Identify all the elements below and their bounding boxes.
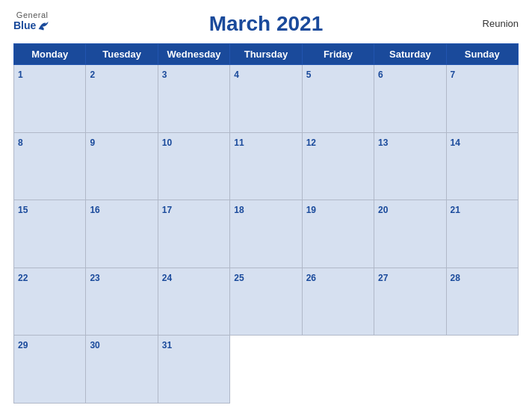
calendar-cell: 7 — [446, 65, 518, 133]
logo-general: General — [16, 10, 49, 19]
calendar-cell: 14 — [446, 132, 518, 200]
calendar-cell: 3 — [158, 65, 229, 133]
calendar-cell: 12 — [302, 132, 374, 200]
day-number: 14 — [451, 137, 460, 148]
calendar-cell: 16 — [86, 200, 158, 268]
weekday-header-thursday: Thursday — [230, 44, 302, 65]
day-number: 10 — [162, 137, 172, 148]
calendar-cell: 6 — [374, 65, 446, 133]
day-number: 23 — [90, 273, 99, 283]
calendar-cell: 17 — [158, 200, 229, 268]
calendar-table: MondayTuesdayWednesdayThursdayFridaySatu… — [13, 43, 519, 404]
weekday-header-friday: Friday — [302, 44, 374, 65]
calendar-cell: 5 — [302, 65, 374, 133]
week-row-1: 1234567 — [14, 65, 519, 133]
calendar-cell: 21 — [446, 200, 518, 268]
day-number: 30 — [90, 340, 99, 350]
calendar-title: March 2021 — [209, 12, 324, 36]
calendar-cell: 18 — [230, 200, 302, 268]
day-number: 13 — [378, 137, 388, 148]
day-number: 20 — [378, 205, 388, 215]
day-number: 22 — [18, 273, 28, 283]
calendar-cell — [374, 336, 446, 404]
day-number: 25 — [234, 273, 244, 283]
day-number: 7 — [451, 69, 456, 80]
day-number: 1 — [18, 69, 23, 80]
calendar-cell — [302, 336, 374, 404]
day-number: 28 — [451, 273, 460, 283]
calendar-cell: 19 — [302, 200, 374, 268]
day-number: 15 — [18, 205, 28, 215]
week-row-2: 891011121314 — [14, 132, 519, 200]
day-number: 29 — [18, 340, 28, 350]
calendar-cell: 23 — [86, 268, 158, 336]
calendar-cell: 22 — [14, 268, 86, 336]
week-row-4: 22232425262728 — [14, 268, 519, 336]
day-number: 4 — [234, 69, 239, 80]
weekday-header-row: MondayTuesdayWednesdayThursdayFridaySatu… — [14, 44, 519, 65]
day-number: 27 — [378, 273, 388, 283]
calendar-cell: 20 — [374, 200, 446, 268]
calendar-cell: 8 — [14, 132, 86, 200]
day-number: 3 — [162, 69, 167, 80]
calendar-cell: 13 — [374, 132, 446, 200]
day-number: 21 — [451, 205, 460, 215]
day-number: 26 — [306, 273, 316, 283]
region-label: Reunion — [483, 18, 519, 29]
day-number: 9 — [90, 137, 95, 148]
week-row-5: 293031 — [14, 336, 519, 404]
calendar-cell — [446, 336, 518, 404]
calendar-cell: 15 — [14, 200, 86, 268]
calendar-cell: 28 — [446, 268, 518, 336]
day-number: 2 — [90, 69, 95, 80]
weekday-header-wednesday: Wednesday — [158, 44, 229, 65]
logo-blue: Blue — [13, 19, 51, 31]
weekday-header-tuesday: Tuesday — [86, 44, 158, 65]
day-number: 24 — [162, 273, 172, 283]
calendar-cell: 31 — [158, 336, 229, 404]
calendar-cell: 10 — [158, 132, 229, 200]
calendar-cell: 27 — [374, 268, 446, 336]
day-number: 6 — [378, 69, 383, 80]
day-number: 31 — [162, 340, 172, 350]
day-number: 18 — [234, 205, 244, 215]
day-number: 11 — [234, 137, 244, 148]
calendar-header: General Blue March 2021 Reunion — [13, 7, 519, 39]
day-number: 17 — [162, 205, 172, 215]
calendar-cell: 25 — [230, 268, 302, 336]
calendar-cell: 4 — [230, 65, 302, 133]
day-number: 12 — [306, 137, 316, 148]
calendar-cell: 1 — [14, 65, 86, 133]
calendar-cell — [230, 336, 302, 404]
day-number: 16 — [90, 205, 99, 215]
day-number: 19 — [306, 205, 316, 215]
calendar-cell: 11 — [230, 132, 302, 200]
weekday-header-monday: Monday — [14, 44, 86, 65]
logo-bird-icon — [37, 20, 51, 31]
logo: General Blue — [13, 10, 51, 31]
week-row-3: 15161718192021 — [14, 200, 519, 268]
day-number: 5 — [306, 69, 312, 80]
calendar-cell: 30 — [86, 336, 158, 404]
weekday-header-sunday: Sunday — [446, 44, 518, 65]
calendar-cell: 26 — [302, 268, 374, 336]
calendar-cell: 9 — [86, 132, 158, 200]
calendar-cell: 2 — [86, 65, 158, 133]
weekday-header-saturday: Saturday — [374, 44, 446, 65]
calendar-cell: 29 — [14, 336, 86, 404]
day-number: 8 — [18, 137, 23, 148]
calendar-cell: 24 — [158, 268, 229, 336]
